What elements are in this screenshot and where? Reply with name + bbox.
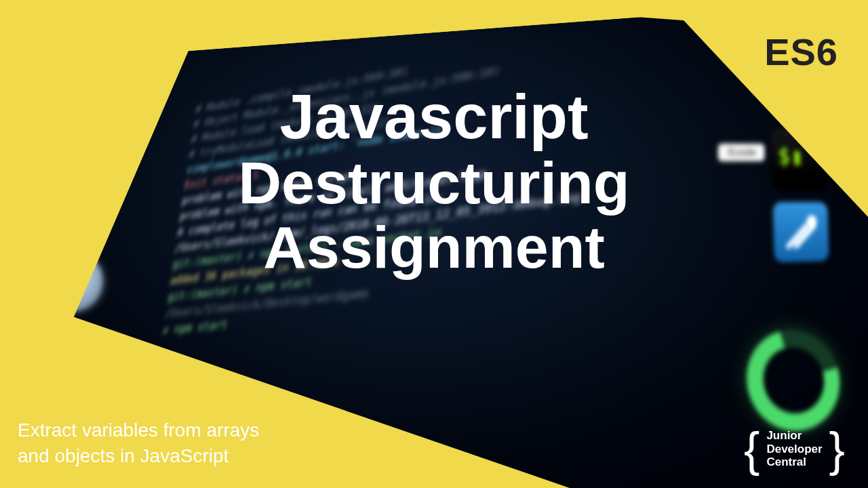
title-line-2: Destructuring — [183, 152, 685, 214]
brand-logo: { Junior Developer Central } — [744, 429, 845, 469]
subtitle-line-2: and objects in JavaScript — [18, 443, 259, 469]
brand-word-1: Junior — [766, 429, 822, 443]
subtitle-line-1: Extract variables from arrays — [18, 418, 259, 443]
thumbnail-stage: module.exports = { entry: './src', outpu… — [0, 0, 868, 488]
main-title: Javascript Destructuring Assignment — [183, 85, 685, 279]
es6-badge: ES6 — [764, 30, 838, 74]
brace-right-icon: } — [829, 430, 845, 468]
title-line-3: Assignment — [183, 216, 685, 279]
brand-word-2: Developer — [766, 443, 822, 456]
title-line-1: Javascript — [183, 85, 685, 149]
brace-left-icon: { — [744, 430, 760, 468]
subtitle: Extract variables from arrays and object… — [18, 418, 259, 469]
brand-word-3: Central — [766, 455, 822, 469]
